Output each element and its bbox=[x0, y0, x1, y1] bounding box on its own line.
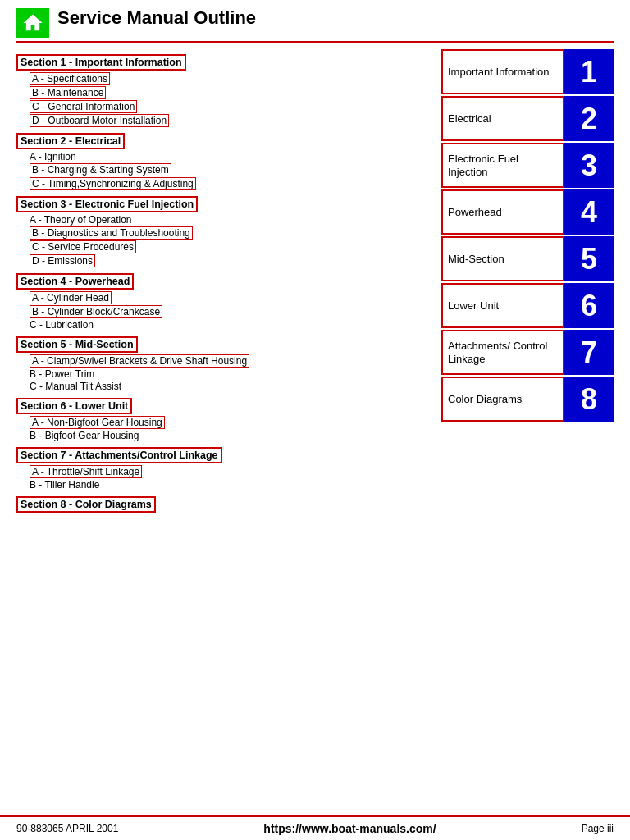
sub-item[interactable]: D - Emissions bbox=[30, 254, 433, 267]
sub-item[interactable]: A - Throttle/Shift Linkage bbox=[30, 465, 433, 478]
sub-item-link[interactable]: B - Cylinder Block/Crankcase bbox=[30, 305, 162, 318]
sub-item[interactable]: A - Cylinder Head bbox=[30, 291, 433, 304]
sub-item-plain: A - Ignition bbox=[30, 151, 76, 162]
section-heading-s6[interactable]: Section 6 - Lower Unit bbox=[16, 398, 132, 414]
section-heading-s2[interactable]: Section 2 - Electrical bbox=[16, 133, 125, 149]
outline-section: Section 1 - Important InformationA - Spe… bbox=[16, 49, 441, 514]
sub-item[interactable]: B - Diagnostics and Troubleshooting bbox=[30, 226, 433, 240]
nav-label: Electrical bbox=[441, 96, 564, 141]
sub-item-link[interactable]: A - Non-Bigfoot Gear Housing bbox=[30, 416, 165, 429]
sub-item-link[interactable]: A - Throttle/Shift Linkage bbox=[30, 465, 142, 478]
sub-item: B - Bigfoot Gear Housing bbox=[30, 430, 433, 441]
sub-item: C - Lubrication bbox=[30, 319, 433, 331]
nav-section: Important Information1Electrical2Electro… bbox=[441, 49, 614, 514]
nav-label: Electronic Fuel Injection bbox=[441, 143, 564, 188]
nav-number: 4 bbox=[564, 189, 614, 235]
nav-item-6[interactable]: Lower Unit6 bbox=[441, 283, 614, 328]
nav-number: 1 bbox=[564, 49, 614, 94]
sub-item-plain: B - Tiller Handle bbox=[30, 479, 99, 491]
footer-center[interactable]: https://www.boat-manuals.com/ bbox=[263, 822, 436, 835]
section-heading-s1[interactable]: Section 1 - Important Information bbox=[16, 54, 186, 71]
nav-label: Attachments/ Control Linkage bbox=[441, 330, 564, 375]
sub-item-plain: A - Theory of Operation bbox=[30, 214, 132, 226]
nav-number: 5 bbox=[564, 236, 614, 281]
nav-item-7[interactable]: Attachments/ Control Linkage7 bbox=[441, 330, 614, 375]
sub-item-plain: C - Lubrication bbox=[30, 319, 94, 331]
nav-label: Color Diagrams bbox=[441, 377, 564, 422]
section-heading-s3[interactable]: Section 3 - Electronic Fuel Injection bbox=[16, 196, 198, 212]
sub-item-link[interactable]: C - General Information bbox=[30, 100, 137, 113]
content-area: Section 1 - Important InformationA - Spe… bbox=[16, 49, 614, 514]
page-title: Service Manual Outline bbox=[49, 8, 256, 28]
sub-item-link[interactable]: B - Maintenance bbox=[30, 86, 106, 99]
sub-item: B - Power Trim bbox=[30, 368, 433, 380]
header: Service Manual Outline bbox=[16, 8, 614, 43]
sub-item[interactable]: B - Cylinder Block/Crankcase bbox=[30, 305, 433, 318]
nav-item-3[interactable]: Electronic Fuel Injection3 bbox=[441, 143, 614, 188]
nav-item-4[interactable]: Powerhead4 bbox=[441, 189, 614, 235]
nav-number: 8 bbox=[564, 377, 614, 422]
sub-item[interactable]: C - Service Procedures bbox=[30, 240, 433, 253]
footer: 90-883065 APRIL 2001 https://www.boat-ma… bbox=[0, 815, 630, 840]
section-heading-s5[interactable]: Section 5 - Mid-Section bbox=[16, 336, 138, 353]
sub-item-plain: C - Manual Tilt Assist bbox=[30, 381, 121, 392]
nav-item-8[interactable]: Color Diagrams8 bbox=[441, 377, 614, 422]
nav-item-1[interactable]: Important Information1 bbox=[441, 49, 614, 94]
sub-item[interactable]: A - Specifications bbox=[30, 72, 433, 85]
sub-item-link[interactable]: A - Specifications bbox=[30, 72, 110, 85]
section-heading-s8[interactable]: Section 8 - Color Diagrams bbox=[16, 496, 156, 513]
sub-item-link[interactable]: C - Timing,Synchronizing & Adjusting bbox=[30, 177, 196, 190]
sub-item[interactable]: D - Outboard Motor Installation bbox=[30, 114, 433, 127]
sub-item-link[interactable]: B - Diagnostics and Troubleshooting bbox=[30, 226, 193, 240]
nav-item-2[interactable]: Electrical2 bbox=[441, 96, 614, 141]
sub-item-link[interactable]: A - Cylinder Head bbox=[30, 291, 112, 304]
sub-item-link[interactable]: D - Emissions bbox=[30, 254, 95, 267]
sub-item[interactable]: A - Clamp/Swivel Brackets & Drive Shaft … bbox=[30, 354, 433, 368]
sub-item-link[interactable]: A - Clamp/Swivel Brackets & Drive Shaft … bbox=[30, 354, 249, 368]
sub-item-link[interactable]: D - Outboard Motor Installation bbox=[30, 114, 169, 127]
sub-item[interactable]: C - General Information bbox=[30, 100, 433, 113]
nav-label: Mid-Section bbox=[441, 236, 564, 281]
nav-item-5[interactable]: Mid-Section5 bbox=[441, 236, 614, 281]
nav-number: 6 bbox=[564, 283, 614, 328]
footer-left: 90-883065 APRIL 2001 bbox=[16, 823, 118, 834]
sub-item-plain: B - Bigfoot Gear Housing bbox=[30, 430, 139, 441]
nav-number: 7 bbox=[564, 330, 614, 375]
page-container: Service Manual Outline Section 1 - Impor… bbox=[0, 0, 630, 840]
sub-item: C - Manual Tilt Assist bbox=[30, 381, 433, 392]
sub-item[interactable]: B - Maintenance bbox=[30, 86, 433, 99]
nav-number: 3 bbox=[564, 143, 614, 188]
section-heading-s7[interactable]: Section 7 - Attachments/Control Linkage bbox=[16, 447, 222, 463]
sub-item-plain: B - Power Trim bbox=[30, 368, 94, 380]
footer-right: Page iii bbox=[582, 823, 614, 834]
sub-item[interactable]: B - Charging & Starting System bbox=[30, 163, 433, 176]
home-icon[interactable] bbox=[16, 8, 49, 38]
sub-item: B - Tiller Handle bbox=[30, 479, 433, 491]
sub-item[interactable]: A - Non-Bigfoot Gear Housing bbox=[30, 416, 433, 429]
nav-label: Important Information bbox=[441, 49, 564, 94]
nav-number: 2 bbox=[564, 96, 614, 141]
section-heading-s4[interactable]: Section 4 - Powerhead bbox=[16, 273, 134, 290]
nav-label: Lower Unit bbox=[441, 283, 564, 328]
sub-item-link[interactable]: C - Service Procedures bbox=[30, 240, 136, 253]
sub-item: A - Theory of Operation bbox=[30, 214, 433, 226]
sub-item: A - Ignition bbox=[30, 151, 433, 162]
sub-item-link[interactable]: B - Charging & Starting System bbox=[30, 163, 171, 176]
nav-label: Powerhead bbox=[441, 189, 564, 235]
sub-item[interactable]: C - Timing,Synchronizing & Adjusting bbox=[30, 177, 433, 190]
